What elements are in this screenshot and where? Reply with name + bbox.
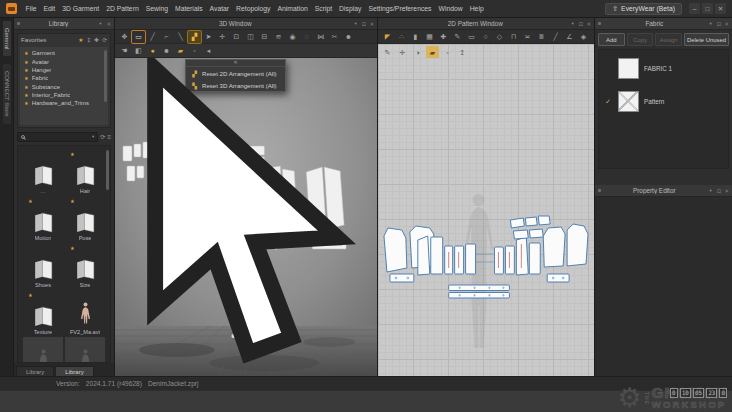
refresh-icon[interactable]: ⟳	[100, 133, 105, 140]
rail-tab-connect-store[interactable]: CONNECT Store	[3, 64, 11, 124]
folder-thumb-motion[interactable]: ★ Motion	[23, 196, 63, 241]
pen-tool-icon[interactable]: ✎	[451, 31, 464, 43]
seam-allowance-icon[interactable]: ≍	[521, 31, 534, 43]
favorite-star-icon[interactable]: ★	[78, 37, 83, 43]
show-seamline-icon[interactable]: ▫	[441, 46, 454, 58]
show-fabric-icon[interactable]: ▰	[426, 46, 439, 58]
avatar-thumb-fv2-ma[interactable]: FV2_Ma.avt	[65, 290, 105, 335]
float-window-icon[interactable]: ⊡	[579, 21, 584, 27]
select-move-tool-icon[interactable]: ▭	[132, 31, 145, 43]
delete-unused-button[interactable]: Delete Unused	[684, 33, 729, 46]
menu-item[interactable]: File	[22, 5, 40, 12]
pin-2d-icon[interactable]: ✛	[396, 46, 409, 58]
menu-item[interactable]: Animation	[274, 5, 311, 12]
reset-arrangement-icon[interactable]: ▞	[188, 31, 201, 43]
sewing-fold-icon[interactable]: ⊟	[258, 31, 271, 43]
menu-item[interactable]: 3D Garment	[59, 5, 103, 12]
transform-pattern-icon[interactable]: ◤	[381, 31, 394, 43]
float-window-icon[interactable]: ⊡	[362, 21, 367, 27]
menu-item[interactable]: Settings/Preferences	[365, 5, 435, 12]
view-gizmo-icon[interactable]: ✥	[118, 31, 131, 43]
folder-thumb-shoes[interactable]: Shoes	[23, 243, 63, 288]
add-point-icon[interactable]: ✚	[437, 31, 450, 43]
buttonhole-tool-icon[interactable]: ◌	[300, 31, 313, 43]
minimize-button[interactable]: –	[689, 3, 700, 14]
sewing-free-icon[interactable]: ⌐	[160, 31, 173, 43]
zipper-tool-icon[interactable]: ⋈	[314, 31, 327, 43]
favorites-scrollbar[interactable]	[104, 50, 107, 102]
folder-thumb[interactable]: …	[23, 149, 63, 194]
menu-item[interactable]: Window	[435, 5, 466, 12]
close-icon[interactable]: ✕	[106, 21, 111, 27]
favorite-garment[interactable]: ★ Garment	[20, 49, 108, 57]
add-fabric-button[interactable]: Add	[598, 33, 625, 46]
menu-item[interactable]: Retopology	[233, 5, 274, 12]
fabric-row-fabric-1[interactable]: FABRIC 1	[603, 58, 724, 79]
thumbnails-scrollbar[interactable]	[106, 150, 109, 190]
pin-tool-icon[interactable]: ⊡	[230, 31, 243, 43]
shirring-icon[interactable]: ≋	[272, 31, 285, 43]
menu-item[interactable]: Display	[336, 5, 365, 12]
chevron-down-icon[interactable]: ▾	[92, 134, 94, 139]
chevron-down-icon[interactable]: ▾	[355, 21, 357, 26]
avatar-pose-icon[interactable]: ☻	[342, 31, 355, 43]
garment-display-icon[interactable]: ◧	[132, 45, 145, 57]
favorite-hardware-and-trims[interactable]: ★ Hardware_and_Trims	[20, 99, 108, 107]
library-tab-1[interactable]: Library	[16, 366, 54, 376]
menu-item[interactable]: Materials	[172, 5, 207, 12]
rail-tab-general[interactable]: General	[3, 21, 11, 56]
add-favorite-icon[interactable]: ✚	[94, 37, 99, 43]
chevron-down-icon[interactable]: ▾	[710, 188, 712, 193]
edit-sewing-icon[interactable]: ╲	[174, 31, 187, 43]
assign-fabric-button[interactable]: Assign	[655, 33, 682, 46]
favorite-avatar[interactable]: ★ Avatar	[20, 57, 108, 65]
close-icon[interactable]: ✕	[724, 21, 729, 27]
notch-tool-icon[interactable]: ⊓	[507, 31, 520, 43]
collapse-toolbar-icon[interactable]: ◂	[202, 45, 215, 57]
rectangle-pattern-icon[interactable]: ▭	[465, 31, 478, 43]
favorite-substance[interactable]: ★ Substance	[20, 83, 108, 91]
3d-viewport[interactable]: ✕ ▞ Reset 2D Arrangement (All) ▚ Reset 3…	[115, 58, 377, 376]
arrangement-points-icon[interactable]: ✛	[216, 31, 229, 43]
float-window-icon[interactable]: ⊡	[717, 188, 722, 194]
angle-tool-icon[interactable]: ∠	[563, 31, 576, 43]
pattern-grid-icon[interactable]: ▦	[423, 31, 436, 43]
trace-tool-icon[interactable]: ╱	[549, 31, 562, 43]
favorite-interior-fabric[interactable]: ★ Interior_Fabric	[20, 91, 108, 99]
show-garment-icon[interactable]: ◈	[577, 31, 590, 43]
avatar-thumb-fv2-ma-2[interactable]: FV2 Ma.avt	[23, 337, 63, 363]
favorite-fabric[interactable]: ★ Fabric	[20, 74, 108, 82]
trim-display-icon[interactable]: ▫	[188, 45, 201, 57]
close-icon[interactable]: ✕	[724, 188, 729, 194]
menu-item[interactable]: Help	[466, 5, 487, 12]
close-icon[interactable]: ✕	[586, 21, 591, 27]
folder-thumb-size[interactable]: ★ Size	[65, 243, 105, 288]
menu-item[interactable]: Script	[311, 5, 335, 12]
pattern-outline-icon[interactable]: ▮	[409, 31, 422, 43]
close-icon[interactable]: ✕	[369, 21, 374, 27]
pick-tool-icon[interactable]: ➤	[202, 31, 215, 43]
colorway-icon[interactable]: ●	[146, 45, 159, 57]
chevron-down-icon[interactable]: ▾	[710, 21, 712, 26]
float-window-icon[interactable]: ⊡	[717, 21, 722, 27]
circle-pattern-icon[interactable]: ○	[479, 31, 492, 43]
fabric-row-pattern[interactable]: ✓ Pattern	[603, 91, 724, 112]
chevron-down-icon[interactable]: ▾	[99, 21, 101, 26]
copy-fabric-button[interactable]: Copy	[627, 33, 654, 46]
pleats-tool-icon[interactable]: Ⅲ	[535, 31, 548, 43]
menu-item[interactable]: 2D Pattern	[103, 5, 143, 12]
avatar-display-icon[interactable]: ☻	[160, 45, 173, 57]
fold-arrangement-icon[interactable]: ◫	[244, 31, 257, 43]
grainline-icon[interactable]: ↥	[456, 46, 469, 58]
edit-texture-icon[interactable]: ✎	[381, 46, 394, 58]
chevron-down-icon[interactable]: ▾	[572, 21, 574, 26]
menu-item[interactable]: Avatar	[206, 5, 233, 12]
avatar-thumb-fv2-naomi[interactable]: FV2 Naomi.	[65, 337, 105, 363]
menu-item[interactable]: Edit	[40, 5, 59, 12]
download-icon[interactable]: ↧	[86, 37, 91, 43]
menu-item[interactable]: Sewing	[142, 5, 171, 12]
simulate-hand-icon[interactable]: ☚	[118, 45, 131, 57]
close-button[interactable]: ✕	[715, 3, 726, 14]
library-search-input[interactable]: ▾	[17, 132, 98, 142]
edit-pattern-icon[interactable]: ∴	[395, 31, 408, 43]
